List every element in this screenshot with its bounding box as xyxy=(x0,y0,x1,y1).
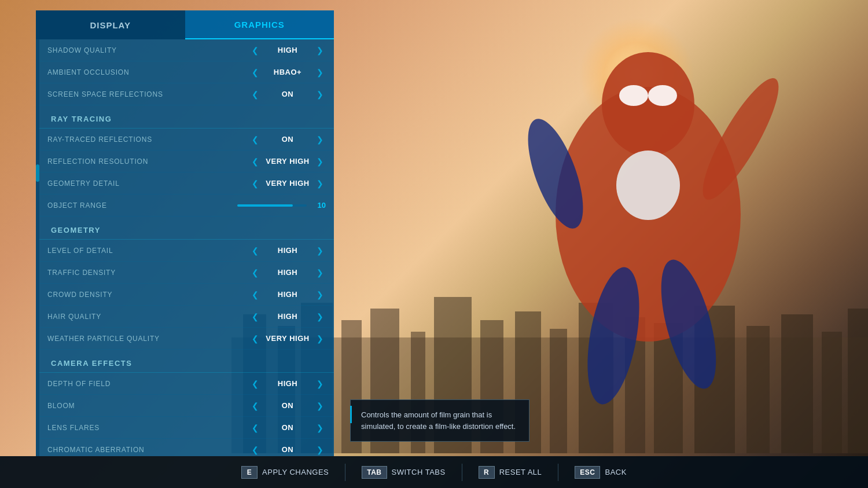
value-control: ❮ HIGH ❯ xyxy=(249,289,326,300)
setting-label: TRAFFIC DENSITY xyxy=(47,269,249,277)
setting-value: HIGH xyxy=(264,312,311,321)
value-control: ❮ VERY HIGH ❯ xyxy=(249,178,326,189)
setting-value: HBAO+ xyxy=(264,68,311,76)
svg-rect-18 xyxy=(848,309,868,453)
prev-arrow[interactable]: ❮ xyxy=(249,89,261,100)
back-btn[interactable]: ESC BACK xyxy=(575,466,627,479)
prev-arrow[interactable]: ❮ xyxy=(249,45,261,56)
prev-arrow[interactable]: ❮ xyxy=(249,67,261,78)
next-arrow[interactable]: ❯ xyxy=(314,178,326,189)
setting-value: ON xyxy=(264,445,311,454)
setting-label: REFLECTION RESOLUTION xyxy=(47,157,249,166)
setting-value: HIGH xyxy=(264,46,311,54)
back-label: BACK xyxy=(605,468,626,476)
setting-level-of-detail: LEVEL OF DETAIL ❮ HIGH ❯ xyxy=(39,240,334,262)
setting-value: ON xyxy=(264,135,311,144)
next-arrow[interactable]: ❯ xyxy=(314,156,326,167)
apply-label: APPLY CHANGES xyxy=(262,468,329,476)
prev-arrow[interactable]: ❮ xyxy=(249,379,261,389)
setting-value: VERY HIGH xyxy=(264,334,311,343)
setting-ssr: SCREEN SPACE REFLECTIONS ❮ ON ❯ xyxy=(39,83,334,105)
prev-arrow[interactable]: ❮ xyxy=(249,445,261,455)
value-control: ❮ ON ❯ xyxy=(249,423,326,433)
next-arrow[interactable]: ❯ xyxy=(314,134,326,145)
setting-value: ON xyxy=(264,423,311,432)
setting-label: DEPTH OF FIELD xyxy=(47,380,249,388)
prev-arrow[interactable]: ❮ xyxy=(249,333,261,344)
setting-ray-traced-reflections: RAY-TRACED REFLECTIONS ❮ ON ❯ xyxy=(39,129,334,151)
settings-list[interactable]: SHADOW QUALITY ❮ HIGH ❯ AMBIENT OCCLUSIO… xyxy=(36,39,334,456)
next-arrow[interactable]: ❯ xyxy=(314,311,326,322)
setting-reflection-resolution: REFLECTION RESOLUTION ❮ VERY HIGH ❯ xyxy=(39,151,334,173)
tab-display[interactable]: DISPLAY xyxy=(36,10,185,39)
section-camera-effects: CAMERA EFFECTS xyxy=(39,352,334,373)
setting-label: LEVEL OF DETAIL xyxy=(47,247,249,255)
value-control: ❮ VERY HIGH ❯ xyxy=(249,333,326,344)
next-arrow[interactable]: ❯ xyxy=(314,45,326,56)
value-control: ❮ ON ❯ xyxy=(249,134,326,145)
setting-lens-flares: LENS FLARES ❮ ON ❯ xyxy=(39,417,334,439)
next-arrow[interactable]: ❯ xyxy=(314,401,326,411)
setting-depth-of-field: DEPTH OF FIELD ❮ HIGH ❯ xyxy=(39,373,334,395)
next-arrow[interactable]: ❯ xyxy=(314,423,326,433)
setting-value: HIGH xyxy=(264,379,311,388)
svg-point-21 xyxy=(619,85,648,106)
reset-label: RESET ALL xyxy=(499,468,542,476)
prev-arrow[interactable]: ❮ xyxy=(249,178,261,189)
key-esc: ESC xyxy=(575,466,600,479)
prev-arrow[interactable]: ❮ xyxy=(249,311,261,322)
key-r: R xyxy=(479,466,495,479)
tooltip-text: Controls the amount of film grain that i… xyxy=(361,410,516,431)
setting-value: VERY HIGH xyxy=(264,179,311,188)
next-arrow[interactable]: ❯ xyxy=(314,445,326,455)
separator xyxy=(558,464,558,481)
prev-arrow[interactable]: ❮ xyxy=(249,134,261,145)
setting-value: ON xyxy=(264,401,311,410)
next-arrow[interactable]: ❯ xyxy=(314,89,326,100)
apply-changes-btn[interactable]: E APPLY CHANGES xyxy=(241,466,329,479)
reset-all-btn[interactable]: R RESET ALL xyxy=(479,466,542,479)
next-arrow[interactable]: ❯ xyxy=(314,267,326,278)
value-control: ❮ HIGH ❯ xyxy=(249,379,326,389)
svg-point-22 xyxy=(648,85,677,106)
key-e: E xyxy=(241,466,258,479)
prev-arrow[interactable]: ❮ xyxy=(249,289,261,300)
value-control: ❮ ON ❯ xyxy=(249,445,326,455)
setting-label: OBJECT RANGE xyxy=(47,201,237,210)
next-arrow[interactable]: ❯ xyxy=(314,67,326,78)
setting-label: CROWD DENSITY xyxy=(47,291,249,299)
tab-graphics[interactable]: GRAPHICS xyxy=(185,10,334,39)
setting-value: HIGH xyxy=(264,246,311,255)
next-arrow[interactable]: ❯ xyxy=(314,289,326,300)
setting-label: CHROMATIC ABERRATION xyxy=(47,446,249,454)
setting-object-range: OBJECT RANGE 10 xyxy=(39,195,334,217)
tab-bar: DISPLAY GRAPHICS xyxy=(36,10,334,39)
next-arrow[interactable]: ❯ xyxy=(314,245,326,256)
next-arrow[interactable]: ❯ xyxy=(314,379,326,389)
value-control: ❮ HIGH ❯ xyxy=(249,245,326,256)
svg-point-20 xyxy=(602,52,694,156)
key-tab: TAB xyxy=(362,466,387,479)
setting-value: VERY HIGH xyxy=(264,157,311,166)
value-control: ❮ ON ❯ xyxy=(249,89,326,100)
scroll-thumb xyxy=(36,164,39,182)
setting-label: SCREEN SPACE REFLECTIONS xyxy=(47,90,249,98)
slider-control: 10 xyxy=(237,201,326,210)
prev-arrow[interactable]: ❮ xyxy=(249,267,261,278)
prev-arrow[interactable]: ❮ xyxy=(249,156,261,167)
setting-weather-particle: WEATHER PARTICLE QUALITY ❮ VERY HIGH ❯ xyxy=(39,328,334,350)
tooltip-box: Controls the amount of film grain that i… xyxy=(350,399,529,442)
setting-bloom: BLOOM ❮ ON ❯ xyxy=(39,395,334,417)
bottom-bar: E APPLY CHANGES TAB SWITCH TABS R RESET … xyxy=(0,456,868,488)
slider-track[interactable] xyxy=(237,204,307,207)
next-arrow[interactable]: ❯ xyxy=(314,333,326,344)
value-control: ❮ HIGH ❯ xyxy=(249,311,326,322)
prev-arrow[interactable]: ❮ xyxy=(249,245,261,256)
switch-tabs-btn[interactable]: TAB SWITCH TABS xyxy=(362,466,445,479)
prev-arrow[interactable]: ❮ xyxy=(249,423,261,433)
setting-shadow-quality: SHADOW QUALITY ❮ HIGH ❯ xyxy=(39,39,334,61)
value-control: ❮ HIGH ❯ xyxy=(249,267,326,278)
setting-label: BLOOM xyxy=(47,402,249,410)
setting-label: GEOMETRY DETAIL xyxy=(47,179,249,188)
prev-arrow[interactable]: ❮ xyxy=(249,401,261,411)
